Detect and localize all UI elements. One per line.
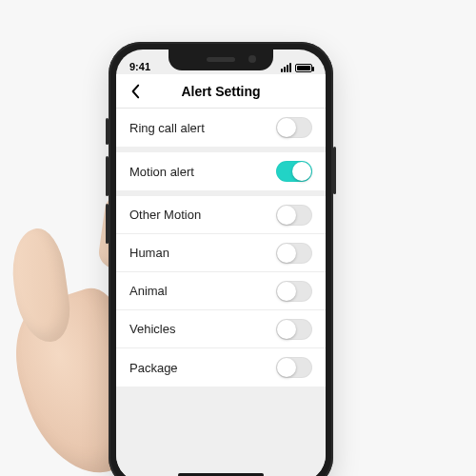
setting-row-other-motion[interactable]: Other Motion <box>116 196 326 234</box>
setting-label: Human <box>129 246 169 260</box>
settings-group: Ring call alert <box>116 109 326 147</box>
setting-row-motion-alert[interactable]: Motion alert <box>116 152 326 190</box>
notch <box>169 50 273 70</box>
status-time: 9:41 <box>129 61 150 72</box>
setting-row-package[interactable]: Package <box>116 348 326 387</box>
toggle-motion-alert[interactable] <box>276 161 312 182</box>
chevron-left-icon <box>129 84 141 99</box>
signal-icon <box>281 63 291 72</box>
toggle-animal[interactable] <box>276 281 312 302</box>
setting-row-vehicles[interactable]: Vehicles <box>116 310 326 348</box>
settings-list[interactable]: Ring call alert Motion alert Other Motio… <box>116 109 326 476</box>
setting-row-human[interactable]: Human <box>116 234 326 272</box>
setting-label: Package <box>129 361 178 375</box>
page-title: Alert Setting <box>181 84 260 99</box>
battery-icon <box>295 64 312 72</box>
back-button[interactable] <box>126 82 145 101</box>
setting-row-ring-call-alert[interactable]: Ring call alert <box>116 109 326 147</box>
settings-group: Motion alert <box>116 152 326 190</box>
toggle-package[interactable] <box>276 357 312 378</box>
setting-label: Ring call alert <box>129 121 205 135</box>
setting-label: Other Motion <box>129 208 201 222</box>
setting-label: Motion alert <box>129 165 194 179</box>
settings-group: Other Motion Human Animal Vehicles <box>116 196 326 387</box>
setting-label: Animal <box>129 284 168 298</box>
setting-row-animal[interactable]: Animal <box>116 272 326 310</box>
toggle-ring-call-alert[interactable] <box>276 117 312 138</box>
toggle-other-motion[interactable] <box>276 205 312 226</box>
setting-label: Vehicles <box>129 322 175 336</box>
screen: 9:41 Alert Setting Ring call alert <box>116 50 326 476</box>
phone-frame: 9:41 Alert Setting Ring call alert <box>109 42 333 476</box>
toggle-human[interactable] <box>276 243 312 264</box>
nav-bar: Alert Setting <box>116 74 326 109</box>
toggle-vehicles[interactable] <box>276 319 312 340</box>
